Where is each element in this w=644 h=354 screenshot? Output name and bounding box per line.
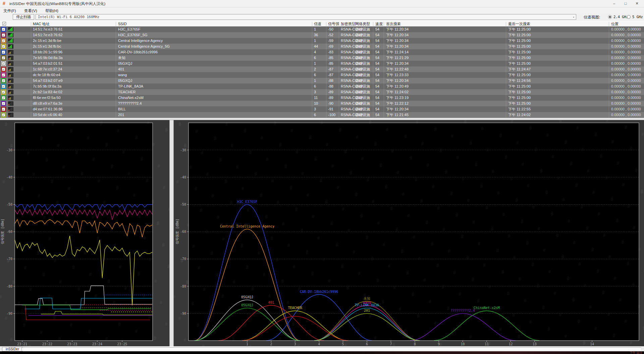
table-row[interactable]: ✓10:5d:dc:c6:06:402016-100RSNA-CCMP基础设施5… bbox=[0, 112, 644, 118]
cell-network_type: 基础设施 bbox=[355, 55, 370, 61]
network-checkbox[interactable]: ✓ bbox=[2, 39, 5, 43]
select-all-checkbox[interactable]: ✓ bbox=[2, 22, 6, 26]
column-header-ssid[interactable]: SSID bbox=[118, 21, 127, 27]
table-row[interactable]: ✓14:51:7e:e3:76:61H3C_E3765F1-50RSNA-CCM… bbox=[0, 27, 644, 32]
svg-text:14: 14 bbox=[590, 342, 594, 346]
horizontal-splitter[interactable] bbox=[0, 118, 644, 120]
table-row[interactable]: ✓7c:b5:9b:0f:8a:3aTP-LINK_8A3A6-88RSNA-C… bbox=[0, 84, 644, 89]
signal-strength-icon bbox=[8, 44, 13, 49]
network-checkbox[interactable]: ✓ bbox=[2, 45, 5, 48]
cell-network_type: 基础设施 bbox=[355, 89, 370, 95]
cell-last_seen: 下午 11:25:00 bbox=[508, 32, 531, 38]
network-checkbox[interactable]: ✓ bbox=[2, 50, 5, 54]
table-row[interactable]: ✓dc:fe:18:fb:60:e4wang6-87RSNA-CCMP基础设施5… bbox=[0, 72, 644, 78]
column-header-signal[interactable]: 信号强 bbox=[328, 21, 339, 27]
table-row[interactable]: ✓d4:ee:07:61:36:86BILL3-91RSNA-CCMP基础设施5… bbox=[0, 106, 644, 112]
cell-position: 0.00000 , 0.00000 bbox=[611, 38, 641, 44]
radio-24ghz-label[interactable]: 2.4 GHz bbox=[613, 15, 628, 19]
cell-last_seen: 下午 11:24:02 bbox=[508, 112, 531, 118]
network-checkbox[interactable]: ✓ bbox=[2, 102, 5, 105]
network-checkbox[interactable]: ✓ bbox=[2, 73, 5, 77]
svg-text:-70: -70 bbox=[6, 257, 12, 261]
table-row[interactable]: ✓54:a7:03:b2:07:e905GXQJ1-88RSNA-CCMP基础设… bbox=[0, 78, 644, 84]
status-app-tab[interactable]: inSSIDer bbox=[2, 347, 23, 351]
table-row[interactable]: ✓1c:68:7e:c0:37:244012-87RSNA-CCMP基础设施54… bbox=[0, 66, 644, 72]
radio-5ghz[interactable] bbox=[627, 15, 631, 19]
table-row[interactable]: ✓54:a7:03:b2:01:5105GXQJ1-85RSNA-CCMP基础设… bbox=[0, 61, 644, 66]
table-row[interactable]: ✓2c:b2:1a:83:4e:02TEACHER3-89RSNA-CCMP基础… bbox=[0, 89, 644, 95]
cell-mac: 7e:b5:9b:0d:8a:3a bbox=[33, 55, 63, 61]
column-header-network_type[interactable]: 网络类型 bbox=[355, 21, 370, 27]
network-color-key: ✓ bbox=[1, 95, 6, 100]
status-field bbox=[21, 347, 641, 351]
cell-last_seen: 下午 11:25:00 bbox=[508, 61, 531, 66]
column-separator bbox=[339, 27, 339, 118]
cell-network_type: 基础设施 bbox=[355, 44, 370, 49]
cell-position: 0.00000 , 0.00000 bbox=[611, 32, 641, 38]
table-row[interactable]: ✓14:51:7e:e3:76:62H3C_E3765F_5G36-52RSNA… bbox=[0, 32, 644, 38]
cell-signal: -91 bbox=[328, 106, 333, 112]
cell-network_type: 基础设施 bbox=[355, 84, 370, 89]
network-checkbox[interactable]: ✓ bbox=[2, 107, 5, 111]
column-header-last_seen[interactable]: 最后一次搜索 bbox=[508, 21, 530, 27]
table-row[interactable]: ✓2c:15:e1:3d:fb:beCentral Intelligence A… bbox=[0, 38, 644, 44]
window-minimize-button[interactable]: – bbox=[608, 0, 620, 7]
column-header-first_seen[interactable]: 首次搜索 bbox=[386, 21, 401, 27]
cell-ssid: Central Intelligence Agency_5G bbox=[118, 44, 170, 49]
cell-speed: 54 bbox=[375, 84, 379, 89]
cell-mac: 2c:15:e1:3d:fb:bc bbox=[33, 44, 61, 49]
network-checkbox[interactable]: ✓ bbox=[2, 79, 5, 83]
network-checkbox[interactable]: ✓ bbox=[2, 90, 5, 94]
column-separator bbox=[31, 22, 31, 26]
network-checkbox[interactable]: ✓ bbox=[2, 85, 5, 88]
svg-text:-60: -60 bbox=[180, 230, 186, 234]
cell-first_seen: 下午 11:20:34 bbox=[386, 32, 409, 38]
cell-signal: -83 bbox=[328, 49, 333, 55]
network-checkbox[interactable]: ✓ bbox=[2, 113, 5, 117]
svg-text:10: 10 bbox=[461, 342, 465, 346]
svg-text:201: 201 bbox=[364, 309, 370, 312]
svg-text:8: 8 bbox=[414, 342, 416, 346]
network-checkbox[interactable]: ✓ bbox=[2, 96, 5, 100]
table-row[interactable]: ✓18:bb:26:1c:99:96CAR-DV-18bb261c99964-8… bbox=[0, 49, 644, 55]
column-header-channel[interactable]: 信道 bbox=[314, 21, 321, 27]
signal-strength-icon bbox=[8, 67, 13, 71]
svg-text:1: 1 bbox=[246, 342, 248, 346]
network-color-key: ✓ bbox=[1, 67, 6, 72]
cell-speed: 54 bbox=[375, 61, 379, 66]
network-checkbox[interactable]: ✓ bbox=[2, 33, 5, 37]
adapter-select[interactable]: Intel(R) Wi-Fi 6 AX200 160MHz ▾ bbox=[36, 14, 576, 20]
svg-text:3: 3 bbox=[294, 342, 296, 346]
signal-strength-icon bbox=[8, 84, 13, 89]
cell-first_seen: 下午 11:24:14 bbox=[386, 49, 409, 55]
network-color-key: ✓ bbox=[1, 27, 6, 32]
network-checkbox[interactable]: ✓ bbox=[2, 67, 5, 71]
chart-splitter[interactable] bbox=[169, 120, 174, 346]
cell-position: 0.00000 , 0.00000 bbox=[611, 112, 641, 118]
column-header-mac[interactable]: MAC 地址 bbox=[33, 21, 50, 27]
table-row[interactable]: ✓2c:15:e1:3d:fb:bcCentral Intelligence A… bbox=[0, 44, 644, 49]
column-header-position[interactable]: 位置 bbox=[611, 21, 619, 27]
cell-network_type: 基础设施 bbox=[355, 27, 370, 32]
window-close-button[interactable]: ✕ bbox=[631, 0, 643, 7]
radio-24ghz[interactable] bbox=[608, 15, 612, 19]
network-checkbox[interactable]: ✓ bbox=[2, 56, 5, 60]
cell-position: 0.00000 , 0.00000 bbox=[611, 44, 641, 49]
svg-text:2: 2 bbox=[270, 342, 272, 346]
cell-first_seen: 下午 11:24:02 bbox=[386, 89, 409, 95]
network-checkbox[interactable]: ✓ bbox=[2, 28, 5, 31]
svg-text:23:23: 23:23 bbox=[67, 342, 77, 346]
table-row[interactable]: ✓d8:c8:e9:e7:6a:3e?????????2.410-90RSNA-… bbox=[0, 101, 644, 106]
app-icon: # bbox=[3, 1, 8, 6]
network-checkbox[interactable]: ✓ bbox=[2, 62, 5, 65]
signal-strength-icon bbox=[8, 79, 13, 83]
stop-scan-button[interactable]: 停止扫描 bbox=[13, 14, 34, 20]
column-header-speed[interactable]: 速度 bbox=[375, 21, 383, 27]
window-maximize-button[interactable]: □ bbox=[620, 0, 631, 7]
cell-network_type: 基础设施 bbox=[355, 112, 370, 118]
table-row[interactable]: ✓7e:b5:9b:0d:8a:3a未知6-85RSNA-CCMP基础设施54下… bbox=[0, 55, 644, 61]
column-separator bbox=[312, 22, 312, 26]
cell-ssid: CAR-DV-18bb261c9996 bbox=[118, 49, 158, 55]
radio-5ghz-label[interactable]: 5 GHz bbox=[632, 15, 643, 19]
table-row[interactable]: ✓f8:6e:ee:f2:5a:50ChinaNet-x2sM11-89RSNA… bbox=[0, 95, 644, 101]
